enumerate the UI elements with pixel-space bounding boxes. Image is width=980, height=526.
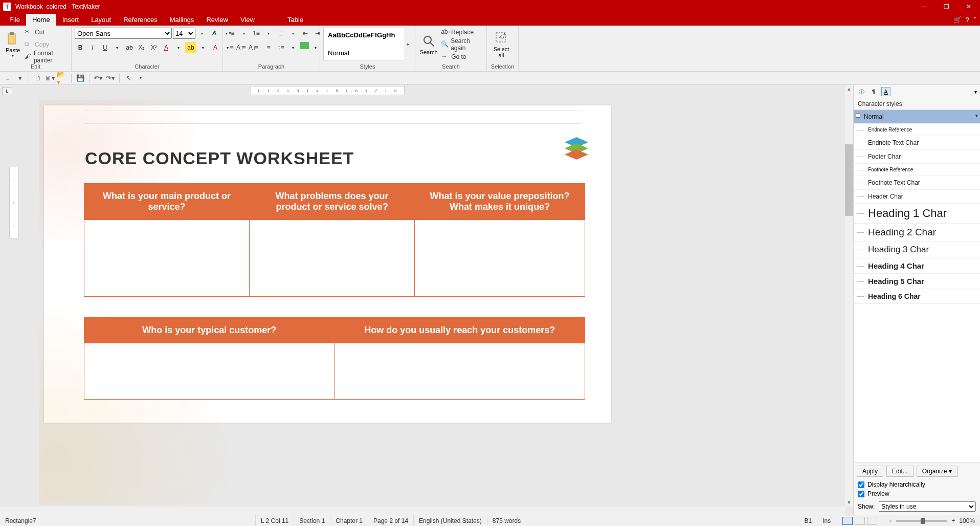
worksheet-table-1[interactable]: What is your main product or service? Wh…: [84, 183, 585, 297]
font-name-select[interactable]: Open Sans: [75, 28, 172, 39]
new-dropdown-icon[interactable]: 🗎▾: [44, 73, 56, 84]
strikethrough-button[interactable]: ab: [124, 42, 135, 53]
style-item[interactable]: Heading 3 Char: [854, 242, 980, 258]
zoom-value[interactable]: 100%: [959, 517, 975, 524]
panel-info-icon[interactable]: ⓘ: [857, 87, 866, 96]
q1-cell[interactable]: [84, 220, 250, 297]
panel-para-icon[interactable]: ¶: [869, 87, 878, 96]
numbering-button[interactable]: 1≡: [251, 28, 262, 39]
style-preview[interactable]: AaBbCcDdEeFfGgHh Normal: [323, 28, 405, 60]
zoom-slider[interactable]: [896, 520, 947, 522]
style-item[interactable]: Footnote Reference: [854, 164, 980, 176]
bullets-button[interactable]: •≡: [226, 28, 237, 39]
q4-cell[interactable]: [84, 343, 335, 400]
multilevel-button[interactable]: ≣: [275, 28, 286, 39]
worksheet-table-2[interactable]: Who is your typical customer? How do you…: [84, 317, 585, 400]
tab-stop-left[interactable]: L: [2, 87, 12, 95]
goto-button[interactable]: →Go to: [441, 51, 483, 62]
apply-button[interactable]: Apply: [857, 466, 883, 477]
zoom-out-button[interactable]: −: [888, 517, 892, 524]
style-item[interactable]: Header Char: [854, 190, 980, 204]
q4-header[interactable]: Who is your typical customer?: [84, 318, 335, 343]
collapse-ribbon-icon[interactable]: ˅: [973, 16, 977, 24]
panel-menu-icon[interactable]: ▾: [974, 89, 977, 95]
font-size-select[interactable]: 14: [173, 28, 195, 39]
zoom-in-button[interactable]: +: [951, 517, 955, 524]
style-item[interactable]: Heading 5 Char: [854, 274, 980, 289]
status-words[interactable]: 875 words: [487, 515, 526, 526]
cut-button[interactable]: ✂Cut: [25, 27, 68, 38]
tab-home[interactable]: Home: [26, 14, 56, 26]
style-item[interactable]: Footer Char: [854, 150, 980, 164]
document-area[interactable]: L . 1 . 1 . 2 . 1 . 3 . 1 . 4 . 1 . 5 . …: [0, 85, 853, 515]
display-hier-checkbox[interactable]: Display hierarchically: [854, 480, 980, 489]
panel-char-icon[interactable]: A: [881, 87, 890, 96]
align-left-button[interactable]: ≡: [226, 42, 237, 53]
help-icon[interactable]: ?: [966, 16, 969, 24]
q5-header[interactable]: How do you usually reach your customers?: [335, 318, 585, 343]
highlight-button[interactable]: ab: [185, 42, 196, 53]
scrollbar-horizontal[interactable]: [0, 507, 845, 515]
clear-format-icon[interactable]: A̸: [209, 28, 220, 39]
justify-button[interactable]: ≡: [263, 42, 274, 53]
style-item[interactable]: Endnote Reference: [854, 124, 980, 136]
tab-review[interactable]: Review: [200, 14, 234, 26]
maximize-button[interactable]: ❐: [935, 0, 957, 13]
format-painter-button[interactable]: 🖌Format painter: [25, 51, 68, 62]
close-button[interactable]: ✕: [957, 0, 980, 13]
page[interactable]: CORE CONCEPT WORKSHEET What is your main…: [44, 105, 611, 423]
tab-mailings[interactable]: Mailings: [164, 14, 201, 26]
view-outline-button[interactable]: [867, 517, 877, 525]
q1-header[interactable]: What is your main product or service?: [84, 184, 250, 220]
style-list[interactable]: -Normal▾ Endnote Reference Endnote Text …: [854, 109, 980, 463]
tab-file[interactable]: File: [3, 14, 26, 26]
bold-button[interactable]: B: [75, 42, 86, 53]
search-again-button[interactable]: 🔍Search again: [441, 39, 483, 50]
subscript-button[interactable]: X₂: [136, 42, 147, 53]
q2-header[interactable]: What problems does your product or servi…: [250, 184, 415, 220]
preview-checkbox[interactable]: Preview: [854, 489, 980, 498]
q3-header[interactable]: What is your value preposition? What mak…: [415, 184, 585, 220]
q5-cell[interactable]: [335, 343, 585, 400]
scroll-down-icon[interactable]: ▼: [845, 498, 853, 507]
q3-cell[interactable]: [415, 220, 585, 297]
style-item[interactable]: Endnote Text Char: [854, 136, 980, 150]
style-item[interactable]: Heading 4 Char: [854, 258, 980, 274]
tab-view[interactable]: View: [234, 14, 261, 26]
redo-icon[interactable]: ↷▾: [105, 73, 116, 84]
open-icon[interactable]: 📂▾: [57, 73, 68, 84]
tab-table[interactable]: Table: [281, 14, 309, 26]
qat-dropdown-icon[interactable]: ▾: [14, 73, 26, 84]
ruler-vertical[interactable]: · 1 ·: [9, 167, 18, 238]
style-expand-icon[interactable]: ▸: [407, 41, 410, 47]
minimize-button[interactable]: —: [912, 0, 935, 13]
select-all-button[interactable]: Select all: [490, 27, 513, 62]
status-ins[interactable]: Ins: [817, 515, 836, 526]
char-style-button[interactable]: A: [210, 42, 221, 53]
cart-icon[interactable]: 🛒: [953, 16, 962, 24]
edit-button[interactable]: Edit...: [886, 466, 914, 477]
align-right-button[interactable]: ≡: [251, 42, 262, 53]
search-button[interactable]: Search: [418, 27, 439, 62]
save-icon[interactable]: 💾: [75, 73, 86, 84]
status-language[interactable]: English (United States): [414, 515, 487, 526]
tab-insert[interactable]: Insert: [56, 14, 85, 26]
scrollbar-vertical[interactable]: ▲ ▼: [845, 85, 853, 507]
view-master-button[interactable]: [855, 517, 865, 525]
style-item[interactable]: Footnote Text Char: [854, 176, 980, 190]
replace-button[interactable]: ab↔Replace: [441, 27, 483, 38]
ruler-horizontal[interactable]: . 1 . 1 . 2 . 1 . 3 . 1 . 4 . 1 . 5 . 1 …: [251, 86, 405, 95]
undo-icon[interactable]: ↶▾: [93, 73, 104, 84]
show-select[interactable]: Styles in use: [879, 501, 976, 512]
q2-cell[interactable]: [250, 220, 415, 297]
view-normal-button[interactable]: [842, 517, 853, 525]
align-center-button[interactable]: ≡: [238, 42, 250, 53]
style-item-normal[interactable]: -Normal▾: [854, 110, 980, 124]
paste-button[interactable]: Paste ▾: [3, 27, 23, 62]
tab-references[interactable]: References: [117, 14, 163, 26]
shading-button[interactable]: [300, 42, 309, 49]
outdent-button[interactable]: ⇤: [300, 28, 311, 39]
qat-menu-icon[interactable]: ≡: [2, 73, 13, 84]
style-item[interactable]: Heading 1 Char: [854, 204, 980, 224]
copy-button[interactable]: ⧉Copy: [25, 39, 68, 50]
